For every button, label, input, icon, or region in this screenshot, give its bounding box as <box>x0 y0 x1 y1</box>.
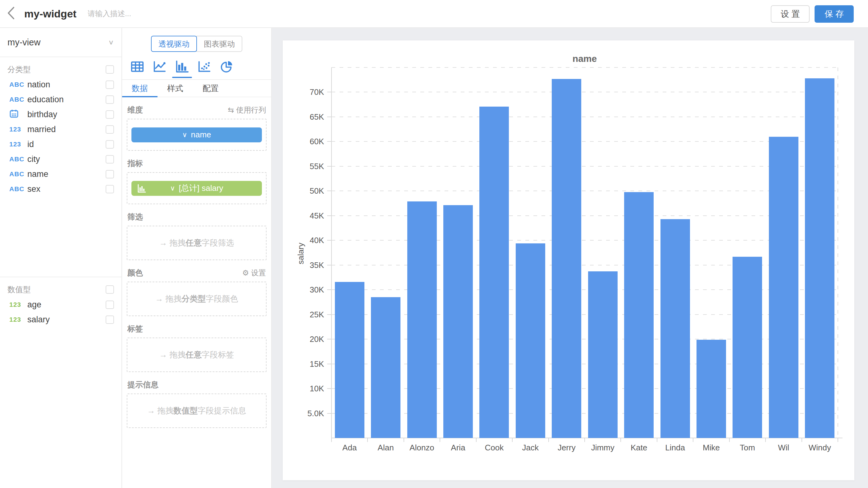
bar-Mike[interactable] <box>696 340 726 438</box>
mode-tab-chart[interactable]: 图表驱动 <box>196 36 242 52</box>
mode-switch: 透视驱动 图表驱动 <box>122 36 271 52</box>
field-label: name <box>27 170 105 179</box>
bar-Linda[interactable] <box>660 219 690 438</box>
field-checkbox[interactable] <box>105 301 114 309</box>
tab-style[interactable]: 样式 <box>157 80 193 97</box>
field-checkbox[interactable] <box>105 95 114 104</box>
preview-area: name salary 5.0K10K15K20K25K30K35K40K45K… <box>272 28 868 488</box>
swap-icon: ⇆ <box>228 106 234 114</box>
top-bar: my-widget 设 置 保 存 <box>0 0 868 28</box>
field-item-city[interactable]: ABCcity <box>0 152 121 166</box>
metric-section-title: 指标 <box>127 158 266 169</box>
tab-config[interactable]: 配置 <box>193 80 228 97</box>
panel-tabs: 数据 样式 配置 <box>122 80 271 97</box>
back-button[interactable] <box>0 0 22 28</box>
sidebar-section-divider <box>0 277 121 277</box>
gridline <box>332 92 838 92</box>
metric-dropzone[interactable]: ∨ [总计] salary <box>127 172 267 204</box>
tooltip-dropzone[interactable]: → 拖拽数值型字段提示信息 <box>127 394 267 428</box>
section-checkbox[interactable] <box>105 285 114 294</box>
number-type-icon: 123 <box>9 301 27 308</box>
field-item-id[interactable]: 123id <box>0 137 121 152</box>
field-checkbox[interactable] <box>105 110 114 119</box>
color-dropzone[interactable]: → 拖拽分类型字段颜色 <box>127 282 267 316</box>
field-item-salary[interactable]: 123salary <box>0 312 121 327</box>
x-tick-mark <box>404 438 404 442</box>
bar-chart-icon[interactable] <box>174 59 190 74</box>
x-tick-label: Mike <box>693 443 729 453</box>
field-item-sex[interactable]: ABCsex <box>0 182 121 196</box>
field-section-header: 分类型 <box>0 62 121 77</box>
x-tick-mark <box>620 438 621 442</box>
field-item-age[interactable]: 123age <box>0 297 121 312</box>
pie-chart-icon[interactable] <box>219 59 235 74</box>
x-tick-mark <box>802 438 802 442</box>
field-checkbox[interactable] <box>105 170 114 178</box>
field-item-birthday[interactable]: birthday <box>0 107 121 122</box>
gridline <box>332 190 838 191</box>
string-type-icon: ABC <box>9 96 27 103</box>
table-chart-icon[interactable] <box>129 59 145 74</box>
save-button[interactable]: 保 存 <box>814 5 854 23</box>
field-checkbox[interactable] <box>105 140 114 149</box>
arrow-right-icon: → <box>159 350 167 359</box>
field-checkbox[interactable] <box>105 185 114 193</box>
bar-Alan[interactable] <box>371 297 400 438</box>
bar-Jack[interactable] <box>516 243 545 438</box>
x-tick-mark <box>367 438 368 442</box>
color-settings-link[interactable]: ⚙ 设置 <box>242 268 266 278</box>
field-item-nation[interactable]: ABCnation <box>0 77 121 92</box>
settings-button[interactable]: 设 置 <box>771 5 810 23</box>
number-type-icon: 123 <box>9 316 27 323</box>
bar-Ada[interactable] <box>335 282 364 438</box>
plot-right-border <box>838 67 838 438</box>
mode-tab-pivot[interactable]: 透视驱动 <box>151 36 197 52</box>
x-tick-label: Aria <box>440 443 476 453</box>
field-label: education <box>27 95 105 104</box>
dimension-dropzone[interactable]: ∨ name <box>127 119 267 151</box>
bar-Windy[interactable] <box>805 78 834 438</box>
field-checkbox[interactable] <box>105 125 114 134</box>
line-chart-icon[interactable] <box>152 59 167 74</box>
filter-dropzone[interactable]: → 拖拽任意字段筛选 <box>127 226 267 260</box>
arrow-right-icon: → <box>147 406 155 415</box>
field-label: birthday <box>27 110 105 119</box>
bar-chart-mini-icon <box>137 184 146 195</box>
color-section-title: 颜色 <box>127 268 242 278</box>
bar-Cook[interactable] <box>479 106 509 438</box>
bar-Jimmy[interactable] <box>588 271 618 438</box>
bar-Tom[interactable] <box>733 257 762 438</box>
scatter-chart-icon[interactable] <box>197 59 212 74</box>
bar-Jerry[interactable] <box>552 79 581 438</box>
view-selector[interactable]: my-view ∨ <box>0 28 121 57</box>
field-item-education[interactable]: ABCeducation <box>0 92 121 107</box>
dimension-section-title: 维度 <box>127 105 228 115</box>
metric-chip-salary[interactable]: ∨ [总计] salary <box>131 181 262 196</box>
field-item-name[interactable]: ABCname <box>0 166 121 182</box>
tab-data[interactable]: 数据 <box>122 80 157 97</box>
description-input[interactable] <box>88 9 243 18</box>
label-dropzone[interactable]: → 拖拽任意字段标签 <box>127 338 267 372</box>
filter-section-title: 筛选 <box>127 212 266 222</box>
gridline <box>332 141 838 142</box>
field-item-married[interactable]: 123married <box>0 122 121 137</box>
y-tick-mark <box>327 117 331 117</box>
field-checkbox[interactable] <box>105 155 114 163</box>
bar-Aria[interactable] <box>443 205 473 438</box>
field-checkbox[interactable] <box>105 81 114 89</box>
bar-Kate[interactable] <box>624 192 654 438</box>
x-tick-mark <box>657 438 657 442</box>
arrow-right-icon: → <box>159 238 167 247</box>
x-tick-label: Alan <box>368 443 404 453</box>
bar-Alonzo[interactable] <box>407 202 437 438</box>
section-checkbox[interactable] <box>105 65 114 74</box>
x-tick-mark <box>331 438 332 442</box>
use-rows-cols-link[interactable]: ⇆ 使用行列 <box>228 105 266 115</box>
field-checkbox[interactable] <box>105 315 114 324</box>
dimension-chip-name[interactable]: ∨ name <box>131 127 262 142</box>
bar-Wil[interactable] <box>769 137 798 438</box>
y-tick-label: 60K <box>293 137 324 146</box>
x-tick-mark <box>838 438 838 442</box>
plot-area: AdaAlanAlonzoAriaCookJackJerryJimmyKateL… <box>332 67 838 438</box>
widget-title: my-widget <box>24 8 76 20</box>
